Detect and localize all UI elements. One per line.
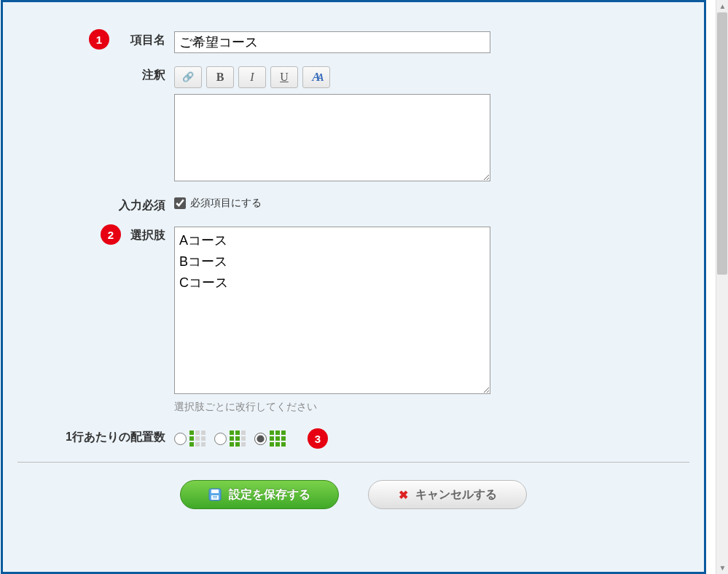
close-icon: ✖: [399, 488, 408, 502]
label-item-name: 項目名: [130, 34, 165, 46]
label-required: 入力必須: [119, 199, 165, 211]
required-checkbox-label: 必須項目にする: [190, 197, 262, 210]
row-annotation: 注釈 🔗 B I U AA: [17, 66, 689, 184]
annotation-textarea[interactable]: [174, 94, 490, 181]
svg-rect-4: [213, 498, 217, 498]
link-icon: 🔗: [182, 71, 194, 83]
vertical-scrollbar[interactable]: ▲ ▼: [716, 0, 728, 574]
layout-option-1[interactable]: [174, 430, 206, 447]
label-layout-count: 1行あたりの配置数: [66, 430, 165, 443]
badge-3: 3: [308, 428, 328, 449]
annotation-toolbar: 🔗 B I U AA: [174, 66, 689, 88]
divider: [17, 462, 689, 463]
scroll-track[interactable]: [716, 12, 728, 562]
row-item-name: 1 項目名: [17, 31, 689, 53]
cancel-button[interactable]: ✖ キャンセルする: [368, 480, 527, 509]
svg-rect-1: [211, 490, 219, 493]
layout-option-3[interactable]: [254, 430, 286, 447]
item-name-input[interactable]: [174, 31, 490, 53]
row-choices: 2 選択肢 選択肢ごとに改行してください: [17, 227, 689, 414]
cancel-button-label: キャンセルする: [415, 487, 497, 503]
grid-2col-icon: [230, 430, 246, 447]
label-annotation: 注釈: [142, 68, 165, 81]
badge-2: 2: [101, 224, 121, 245]
scroll-up-arrow[interactable]: ▲: [716, 0, 728, 12]
grid-1col-icon: [189, 430, 206, 447]
grid-3col-icon: [270, 430, 286, 447]
required-checkbox-wrap[interactable]: 必須項目にする: [174, 197, 689, 210]
badge-1: 1: [89, 29, 109, 50]
button-row: 設定を保存する ✖ キャンセルする: [17, 480, 689, 509]
font-style-button[interactable]: AA: [302, 66, 330, 88]
save-button-label: 設定を保存する: [229, 487, 310, 503]
required-checkbox[interactable]: [174, 197, 186, 209]
bold-button[interactable]: B: [206, 66, 234, 88]
underline-button[interactable]: U: [270, 66, 298, 88]
scroll-thumb[interactable]: [717, 12, 727, 275]
save-icon: [208, 488, 222, 501]
layout-option-2[interactable]: [214, 430, 246, 447]
label-choices: 選択肢: [130, 229, 165, 241]
row-required: 入力必須 必須項目にする: [17, 197, 689, 213]
form-panel: 1 項目名 注釈 🔗 B I U AA: [1, 0, 706, 574]
save-button[interactable]: 設定を保存する: [180, 480, 339, 509]
layout-radio-2[interactable]: [214, 433, 227, 445]
svg-rect-3: [213, 496, 217, 497]
scroll-down-arrow[interactable]: ▼: [716, 562, 728, 574]
choices-textarea[interactable]: [174, 227, 490, 394]
italic-button[interactable]: I: [238, 66, 266, 88]
choices-hint: 選択肢ごとに改行してください: [174, 401, 689, 414]
row-layout-count: 1行あたりの配置数: [17, 428, 689, 449]
link-button[interactable]: 🔗: [174, 66, 202, 88]
layout-radio-3[interactable]: [254, 433, 267, 445]
layout-radio-1[interactable]: [174, 433, 187, 445]
